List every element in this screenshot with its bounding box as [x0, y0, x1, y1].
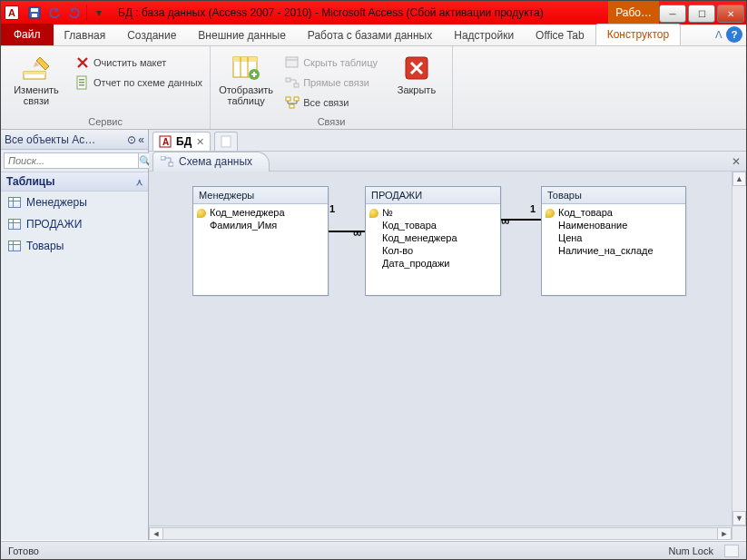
table-window-sales[interactable]: ПРОДАЖИ №Код_товараКод_менеджераКол-воДа… — [365, 186, 501, 296]
schema-subtab-label: Схема данных — [179, 155, 252, 168]
table-field[interactable]: Код_менеджера — [193, 206, 328, 219]
app-logo: A — [5, 5, 19, 20]
tab-home[interactable]: Главная — [54, 25, 117, 45]
table-field[interactable]: Код_товара — [542, 206, 685, 219]
show-table-button[interactable]: Отобразить таблицу — [216, 50, 276, 114]
scroll-right-icon[interactable]: ► — [717, 527, 732, 540]
hide-table-label: Скрыть таблицу — [303, 57, 378, 68]
table-window-managers[interactable]: Менеджеры Код_менеджераФамилия_Имя — [192, 186, 329, 296]
schema-report-icon — [75, 75, 90, 90]
table-field[interactable]: Дата_продажи — [366, 257, 500, 270]
blank-doc-icon — [221, 135, 231, 148]
nav-item-sales[interactable]: ПРОДАЖИ — [1, 213, 148, 235]
minimize-button[interactable]: ─ — [659, 5, 686, 23]
table-fields: №Код_товараКод_менеджераКол-воДата_прода… — [366, 204, 500, 295]
nav-collapse-icon[interactable]: « — [138, 133, 144, 146]
table-fields: Код_товараНаименованиеЦенаНаличие_на_скл… — [542, 204, 685, 295]
navigation-pane: Все объекты Ac… ⊙« 🔍 Таблицы ⋏ Менеджеры… — [1, 130, 149, 540]
contextual-tab-label: Рабо… — [608, 1, 659, 25]
table-field[interactable]: Фамилия_Имя — [193, 219, 328, 231]
nav-item-goods[interactable]: Товары — [1, 235, 148, 257]
edit-relations-button[interactable]: Изменить связи — [6, 50, 66, 114]
scroll-up-icon[interactable]: ▲ — [732, 172, 746, 186]
nav-section-tables[interactable]: Таблицы ⋏ — [1, 172, 148, 192]
table-field[interactable]: Код_товара — [366, 219, 500, 231]
help-icon[interactable]: ? — [726, 26, 742, 43]
svg-rect-18 — [286, 97, 290, 101]
table-field[interactable]: № — [366, 206, 500, 219]
table-field[interactable]: Кол-во — [366, 244, 500, 257]
qat-customize-icon[interactable]: ▾ — [91, 5, 107, 21]
table-field[interactable]: Цена — [542, 231, 685, 244]
schema-subtab[interactable]: Схема данных — [152, 152, 270, 172]
show-table-label: Отобразить таблицу — [216, 84, 276, 106]
tab-office-tab[interactable]: Office Tab — [525, 25, 595, 45]
ribbon-group-service: Изменить связи Очистить макет Отчет по с… — [1, 46, 211, 129]
nav-section-label: Таблицы — [6, 175, 54, 188]
nav-header-label: Все объекты Ac… — [5, 133, 95, 146]
search-input[interactable] — [4, 152, 139, 169]
scroll-track[interactable] — [163, 527, 717, 540]
svg-rect-1 — [31, 8, 38, 12]
view-icon[interactable] — [724, 545, 739, 557]
doc-tab-label: БД — [176, 135, 192, 148]
ribbon-body: Изменить связи Очистить макет Отчет по с… — [1, 46, 746, 130]
rel-cardinality-many: ∞ — [501, 214, 509, 228]
section-collapse-icon[interactable]: ⋏ — [136, 177, 143, 187]
scroll-left-icon[interactable]: ◄ — [149, 527, 163, 540]
close-subtab-icon[interactable]: ✕ — [732, 155, 741, 168]
undo-icon[interactable] — [46, 5, 63, 21]
close-relations-button[interactable]: Закрыть — [387, 50, 447, 114]
svg-rect-17 — [294, 84, 299, 87]
table-title: ПРОДАЖИ — [366, 187, 500, 204]
relationships-canvas[interactable]: Менеджеры Код_менеджераФамилия_Имя ПРОДА… — [149, 172, 746, 540]
tab-create[interactable]: Создание — [116, 25, 187, 45]
file-tab[interactable]: Файл — [1, 24, 54, 45]
scroll-down-icon[interactable]: ▼ — [732, 511, 746, 526]
schema-report-button[interactable]: Отчет по схеме данных — [74, 74, 204, 92]
nav-header[interactable]: Все объекты Ac… ⊙« — [1, 130, 148, 150]
clear-layout-button[interactable]: Очистить макет — [74, 54, 204, 72]
table-window-goods[interactable]: Товары Код_товараНаименованиеЦенаНаличие… — [541, 186, 686, 296]
show-table-icon — [231, 54, 260, 83]
group-service-label: Сервис — [6, 114, 204, 127]
nav-dropdown-icon[interactable]: ⊙ — [127, 133, 136, 146]
svg-text:A: A — [162, 137, 169, 147]
horizontal-scrollbar[interactable]: ◄ ► — [149, 526, 732, 540]
ribbon-collapse-icon[interactable]: ᐱ — [715, 29, 722, 41]
status-right: Num Lock — [668, 545, 713, 556]
svg-rect-19 — [294, 97, 299, 101]
close-button[interactable]: ✕ — [717, 5, 744, 23]
view-switcher[interactable] — [724, 545, 739, 557]
ribbon-group-links: Отобразить таблицу Скрыть таблицу Прямые… — [211, 46, 453, 129]
doc-tab-blank[interactable] — [214, 132, 238, 151]
all-links-button[interactable]: Все связи — [283, 93, 379, 112]
svg-rect-2 — [32, 14, 37, 17]
close-relations-icon — [402, 54, 431, 83]
table-title: Товары — [542, 187, 685, 204]
table-field[interactable]: Наличие_на_складе — [542, 244, 685, 257]
direct-links-label: Прямые связи — [303, 77, 369, 88]
workspace: Все объекты Ac… ⊙« 🔍 Таблицы ⋏ Менеджеры… — [1, 130, 746, 540]
titlebar: A ▾ БД : база данных (Access 2007 - 2010… — [1, 1, 746, 25]
doc-tab-bd[interactable]: A БД ✕ — [152, 132, 211, 151]
svg-rect-6 — [79, 79, 84, 81]
save-icon[interactable] — [26, 5, 43, 21]
table-field[interactable]: Код_менеджера — [366, 231, 500, 244]
quick-access-toolbar: ▾ — [23, 5, 111, 21]
scroll-track[interactable] — [732, 186, 746, 511]
tab-design[interactable]: Конструктор — [595, 24, 681, 45]
table-icon — [8, 241, 21, 251]
close-tab-icon[interactable]: ✕ — [196, 136, 204, 148]
maximize-button[interactable]: ☐ — [688, 5, 715, 23]
table-field[interactable]: Наименование — [542, 219, 685, 231]
nav-item-managers[interactable]: Менеджеры — [1, 192, 148, 213]
vertical-scrollbar[interactable]: ▲ ▼ — [732, 172, 746, 526]
window-title: БД : база данных (Access 2007 - 2010) - … — [111, 6, 608, 19]
tab-external-data[interactable]: Внешние данные — [187, 25, 297, 45]
tab-addins[interactable]: Надстройки — [443, 25, 525, 45]
all-links-icon — [285, 95, 300, 110]
redo-icon[interactable] — [66, 5, 83, 21]
clear-layout-icon — [75, 55, 90, 70]
tab-database-tools[interactable]: Работа с базами данных — [297, 25, 443, 45]
